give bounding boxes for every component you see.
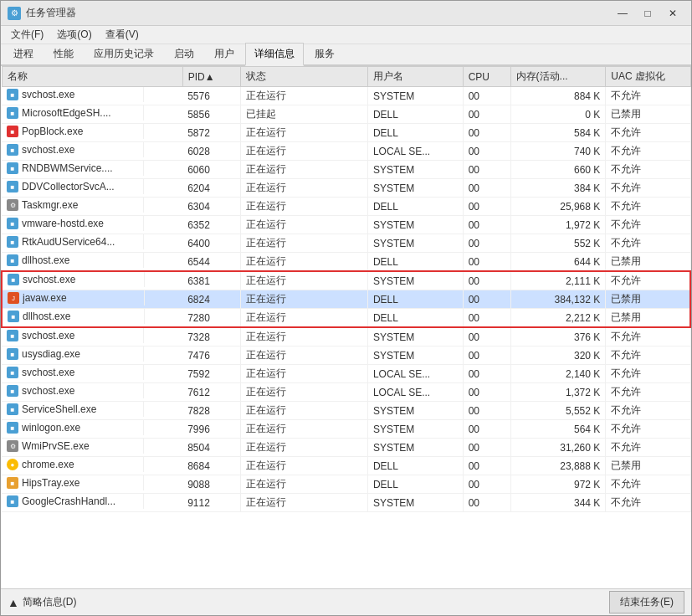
cell-pid: 5576 [182, 87, 241, 105]
cell-pid: 7828 [182, 402, 241, 420]
cell-cpu: 00 [463, 271, 510, 290]
menu-view[interactable]: 查看(V) [99, 26, 146, 44]
col-header-cpu[interactable]: CPU [463, 67, 510, 87]
status-bar: ▲ 简略信息(D) 结束任务(E) [1, 588, 691, 615]
table-row[interactable]: ■svchost.exe6028正在运行LOCAL SE...00740 K不允… [2, 142, 690, 161]
cell-pid: 6304 [182, 198, 241, 216]
col-header-pid[interactable]: PID▲ [182, 67, 241, 87]
cell-cpu: 00 [463, 439, 510, 457]
col-header-user[interactable]: 用户名 [367, 67, 463, 87]
table-row[interactable]: ■svchost.exe7612正在运行LOCAL SE...001,372 K… [2, 383, 690, 402]
cell-memory: 2,111 K [510, 271, 606, 290]
minimize-button[interactable]: — [611, 5, 634, 22]
table-row[interactable]: ■PopBlock.exe5872正在运行DELL00584 K不允许 [2, 124, 690, 142]
menu-file[interactable]: 文件(F) [4, 26, 50, 44]
tab-services[interactable]: 服务 [305, 43, 344, 64]
cell-name: ■svchost.exe [2, 87, 144, 102]
cell-uac: 不允许 [606, 383, 690, 402]
table-row[interactable]: ■RtkAudUService64...6400正在运行SYSTEM00552 … [2, 234, 690, 253]
table-row[interactable]: ■RNDBWMService....6060正在运行SYSTEM00660 K不… [2, 161, 690, 179]
process-icon: ■ [7, 254, 18, 266]
cell-cpu: 00 [463, 142, 510, 161]
main-content: 名称 PID▲ 状态 用户名 CPU 内存(活动... UAC 虚拟化 ■svc… [1, 66, 691, 588]
table-row[interactable]: Jjavaw.exe6824正在运行DELL00384,132 K已禁用 [2, 290, 690, 309]
close-button[interactable]: ✕ [661, 5, 684, 22]
cell-cpu: 00 [463, 475, 510, 494]
cell-user: SYSTEM [367, 161, 463, 179]
cell-cpu: 00 [463, 179, 510, 198]
cell-user: DELL [367, 253, 463, 272]
table-row[interactable]: ■usysdiag.exe7476正在运行SYSTEM00320 K不允许 [2, 346, 690, 365]
menu-bar: 文件(F) 选项(O) 查看(V) [1, 26, 691, 44]
table-row[interactable]: ⚙Taskmgr.exe6304正在运行DELL0025,968 K不允许 [2, 198, 690, 216]
cell-uac: 不允许 [606, 271, 690, 290]
maximize-button[interactable]: □ [636, 5, 659, 22]
table-row[interactable]: ●chrome.exe8684正在运行DELL0023,888 K已禁用 [2, 457, 690, 475]
cell-user: LOCAL SE... [367, 142, 463, 161]
cell-memory: 384,132 K [510, 290, 606, 309]
process-icon: ■ [7, 367, 18, 378]
cell-uac: 不允许 [606, 234, 690, 253]
cell-pid: 6381 [182, 271, 241, 290]
table-row[interactable]: ■winlogon.exe7996正在运行SYSTEM00564 K不允许 [2, 420, 690, 439]
process-icon: ■ [7, 236, 18, 248]
table-row[interactable]: ■svchost.exe5576正在运行SYSTEM00884 K不允许 [2, 87, 690, 105]
cell-pid: 5856 [182, 105, 241, 124]
table-row[interactable]: ■MicrosoftEdgeSH....5856已挂起DELL000 K已禁用 [2, 105, 690, 124]
cell-user: SYSTEM [367, 346, 463, 365]
cell-uac: 已禁用 [606, 290, 690, 309]
cell-status: 正在运行 [241, 494, 368, 512]
menu-options[interactable]: 选项(O) [50, 26, 98, 44]
tab-performance[interactable]: 性能 [44, 43, 83, 64]
end-task-button[interactable]: 结束任务(E) [609, 591, 684, 613]
cell-cpu: 00 [463, 161, 510, 179]
cell-memory: 740 K [510, 142, 606, 161]
table-row[interactable]: ■dllhost.exe7280正在运行DELL002,212 K已禁用 [2, 309, 690, 328]
details-toggle[interactable]: ▲ 简略信息(D) [8, 595, 77, 609]
table-row[interactable]: ■svchost.exe6381正在运行SYSTEM002,111 K不允许 [2, 271, 690, 290]
cell-status: 正在运行 [241, 420, 368, 439]
cell-user: LOCAL SE... [367, 383, 463, 402]
cell-status: 正在运行 [241, 234, 368, 253]
cell-cpu: 00 [463, 290, 510, 309]
table-row[interactable]: ■HipsTray.exe9088正在运行DELL00972 K不允许 [2, 475, 690, 494]
cell-pid: 6204 [182, 179, 241, 198]
table-row[interactable]: ■svchost.exe7328正在运行SYSTEM00376 K不允许 [2, 327, 690, 346]
table-row[interactable]: ■DDVCollectorSvcA...6204正在运行SYSTEM00384 … [2, 179, 690, 198]
table-row[interactable]: ■ServiceShell.exe7828正在运行SYSTEM005,552 K… [2, 402, 690, 420]
table-row[interactable]: ■vmware-hostd.exe6352正在运行SYSTEM001,972 K… [2, 216, 690, 234]
cell-uac: 不允许 [606, 124, 690, 142]
cell-uac: 已禁用 [606, 457, 690, 475]
process-table-container[interactable]: 名称 PID▲ 状态 用户名 CPU 内存(活动... UAC 虚拟化 ■svc… [1, 66, 691, 588]
cell-uac: 不允许 [606, 327, 690, 346]
col-header-name[interactable]: 名称 [2, 67, 182, 87]
cell-name: ■svchost.exe [3, 272, 145, 287]
process-icon: ● [7, 459, 18, 470]
col-header-uac[interactable]: UAC 虚拟化 [606, 67, 690, 87]
table-row[interactable]: ■svchost.exe7592正在运行LOCAL SE...002,140 K… [2, 365, 690, 383]
cell-status: 正在运行 [241, 253, 368, 272]
cell-status: 正在运行 [241, 439, 368, 457]
tab-processes[interactable]: 进程 [4, 43, 43, 64]
cell-status: 正在运行 [241, 290, 368, 309]
col-header-memory[interactable]: 内存(活动... [510, 67, 606, 87]
tab-details[interactable]: 详细信息 [245, 43, 304, 66]
cell-pid: 9112 [182, 494, 241, 512]
cell-uac: 不允许 [606, 161, 690, 179]
cell-name: ■dllhost.exe [3, 309, 145, 324]
col-header-status[interactable]: 状态 [241, 67, 368, 87]
cell-pid: 9088 [182, 475, 241, 494]
cell-uac: 不允许 [606, 494, 690, 512]
table-row[interactable]: ⚙WmiPrvSE.exe8504正在运行SYSTEM0031,260 K不允许 [2, 439, 690, 457]
cell-pid: 7328 [182, 327, 241, 346]
cell-memory: 2,212 K [510, 309, 606, 328]
tab-startup[interactable]: 启动 [165, 43, 203, 64]
cell-user: SYSTEM [367, 179, 463, 198]
cell-name: ■RNDBWMService.... [2, 161, 144, 176]
table-row[interactable]: ■GoogleCrashHandl...9112正在运行SYSTEM00344 … [2, 494, 690, 512]
tab-app-history[interactable]: 应用历史记录 [85, 43, 163, 64]
cell-name: ⚙Taskmgr.exe [2, 198, 144, 213]
table-row[interactable]: ■dllhost.exe6544正在运行DELL00644 K已禁用 [2, 253, 690, 272]
tab-users[interactable]: 用户 [205, 43, 243, 64]
cell-uac: 不允许 [606, 142, 690, 161]
